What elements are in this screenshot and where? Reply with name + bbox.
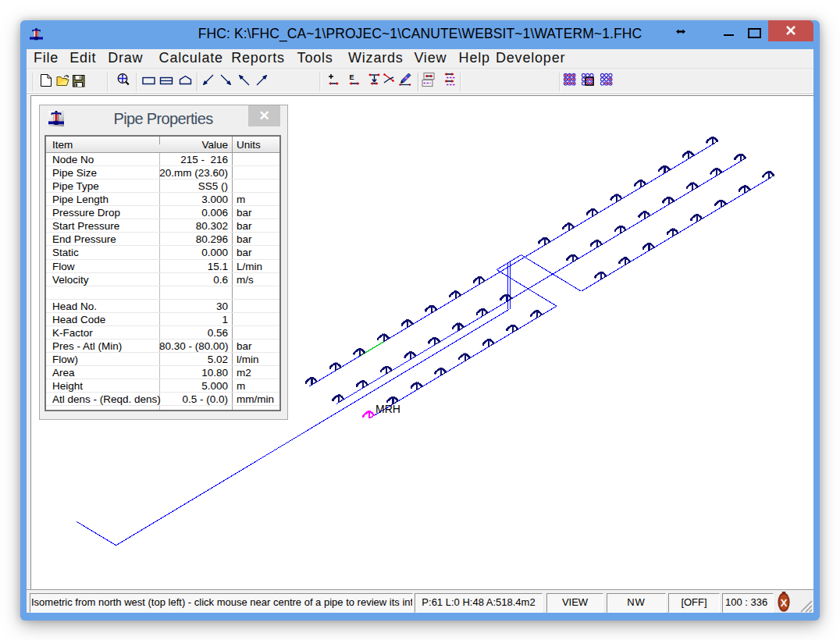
svg-text:X: X (781, 597, 788, 609)
svg-text:E: E (350, 73, 354, 81)
